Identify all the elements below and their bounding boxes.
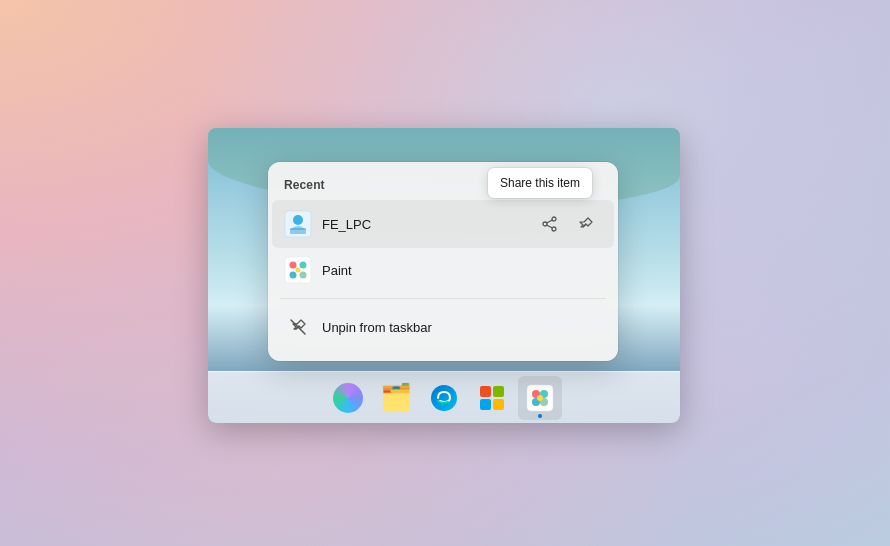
tooltip-text: Share this item <box>500 176 580 190</box>
edge-icon <box>430 384 458 412</box>
taskbar: 🗂️ <box>208 371 680 423</box>
svg-rect-4 <box>493 399 504 410</box>
svg-point-12 <box>293 215 303 225</box>
svg-point-21 <box>290 262 297 269</box>
fe-lpc-actions <box>534 208 602 240</box>
svg-point-10 <box>537 395 543 401</box>
fe-lpc-item-icon <box>284 210 312 238</box>
taskbar-icon-copilot[interactable] <box>326 376 370 420</box>
fe-lpc-label: FE_LPC <box>322 217 524 232</box>
svg-point-22 <box>300 262 307 269</box>
unpin-item-icon <box>284 313 312 341</box>
svg-rect-3 <box>480 399 491 410</box>
taskbar-icon-edge[interactable] <box>422 376 466 420</box>
taskbar-icon-store[interactable] <box>470 376 514 420</box>
jumplist-item-fe-lpc[interactable]: FE_LPC <box>272 200 614 248</box>
svg-point-16 <box>543 222 547 226</box>
svg-rect-1 <box>480 386 491 397</box>
svg-point-0 <box>431 385 457 411</box>
svg-line-19 <box>583 224 586 227</box>
pin-icon <box>578 216 594 232</box>
svg-point-24 <box>300 272 307 279</box>
pin-button[interactable] <box>570 208 602 240</box>
share-button[interactable] <box>534 208 566 240</box>
store-icon <box>478 384 506 412</box>
copilot-icon <box>333 383 363 413</box>
svg-point-25 <box>296 268 301 273</box>
paint-label: Paint <box>322 263 602 278</box>
svg-point-23 <box>290 272 297 279</box>
share-icon <box>542 216 558 232</box>
window: 🗂️ <box>208 128 680 423</box>
taskbar-icon-paint[interactable] <box>518 376 562 420</box>
jumplist-item-unpin[interactable]: Unpin from taskbar <box>272 305 614 349</box>
paint-item-icon <box>284 256 312 284</box>
taskbar-icon-file-explorer[interactable]: 🗂️ <box>374 376 418 420</box>
svg-rect-2 <box>493 386 504 397</box>
jumplist-item-paint[interactable]: Paint <box>272 248 614 292</box>
svg-rect-13 <box>290 228 306 234</box>
file-explorer-icon: 🗂️ <box>380 382 412 413</box>
svg-point-15 <box>552 227 556 231</box>
svg-line-17 <box>547 220 553 223</box>
svg-line-18 <box>547 225 553 228</box>
jumplist-divider <box>280 298 606 299</box>
svg-point-14 <box>552 217 556 221</box>
unpin-label: Unpin from taskbar <box>322 320 602 335</box>
paint-icon <box>525 383 555 413</box>
share-tooltip: Share this item <box>488 168 592 198</box>
